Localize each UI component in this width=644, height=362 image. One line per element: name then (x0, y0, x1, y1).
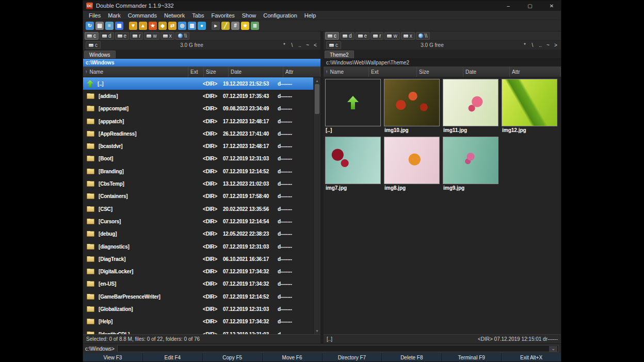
thumbnail-item[interactable]: img11.jpg (443, 79, 502, 137)
file-row[interactable]: [DiagTrack] <DIR> 06.10.2021 16:36:17 d-… (83, 253, 313, 265)
drive-button[interactable]: x (160, 32, 174, 40)
menu-item[interactable]: Tabs (188, 12, 207, 19)
favorites-icon[interactable]: ★ (241, 22, 249, 30)
column-header-ext[interactable]: Ext (369, 67, 417, 77)
thumbnail-item[interactable]: img8.jpg (384, 137, 443, 194)
multi-rename-icon[interactable]: ◆ (158, 22, 167, 30)
tab-windows[interactable]: Windows (84, 51, 116, 58)
thumbnail-item[interactable]: img12.jpg (502, 79, 560, 137)
file-row[interactable]: [CSC] <DIR> 20.02.2022 13:35:56 d------- (83, 203, 313, 215)
menu-item[interactable]: Commands (124, 12, 160, 19)
scrollbar[interactable]: ▲ ▼ (313, 77, 320, 334)
options-icon[interactable]: ≡ (105, 22, 114, 30)
function-key-button[interactable]: Exit Alt+X (502, 353, 561, 361)
column-header-name[interactable]: ↑ Name (83, 67, 188, 77)
column-header-date[interactable]: Date (463, 67, 510, 77)
function-key-button[interactable]: Delete F8 (382, 353, 442, 361)
file-row[interactable]: [DigitalLocker] <DIR> 07.12.2019 17:34:3… (83, 265, 313, 277)
nav-button[interactable]: .. (298, 42, 301, 48)
function-key-button[interactable]: Copy F5 (203, 353, 263, 361)
tree-icon[interactable]: ≣ (251, 22, 259, 30)
drive-button[interactable]: r (130, 32, 143, 40)
left-current-path[interactable]: c:\Windows (83, 59, 320, 67)
unpack-icon[interactable]: ▲ (139, 22, 147, 30)
scroll-down-icon[interactable]: ▼ (314, 327, 320, 334)
drive-button[interactable]: d (100, 32, 114, 40)
function-key-button[interactable]: Terminal F9 (442, 353, 502, 361)
drive-selector[interactable]: c (86, 41, 101, 49)
file-row[interactable]: [diagnostics] <DIR> 07.12.2019 12:31:03 … (83, 240, 313, 253)
close-button[interactable]: ✕ (542, 1, 561, 11)
drive-button[interactable]: w (144, 32, 159, 40)
toolbar-separator[interactable] (125, 22, 127, 30)
function-key-button[interactable]: View F3 (83, 353, 143, 361)
file-row[interactable]: [..] <DIR> 19.12.2023 21:52:53 d------- (83, 77, 313, 90)
nav-button[interactable]: ~ (306, 42, 309, 48)
thumbnail-item[interactable]: img10.jpg (384, 79, 443, 137)
thumbnail-image[interactable] (443, 79, 498, 126)
thumbnail-image[interactable] (325, 137, 381, 184)
toolbar-separator[interactable] (207, 22, 210, 30)
column-header-ext[interactable]: Ext (188, 67, 204, 77)
file-row[interactable]: [CbsTemp] <DIR> 13.12.2023 21:02:03 d---… (83, 177, 313, 190)
file-row[interactable]: [Help] <DIR> 07.12.2019 17:34:32 d------… (83, 316, 313, 328)
menu-item[interactable]: Favorites (208, 12, 238, 19)
drive-button[interactable]: w (384, 32, 399, 40)
nav-button[interactable]: ~ (546, 42, 550, 48)
network-icon[interactable]: ● (198, 22, 206, 30)
tab-theme2[interactable]: Theme2 (325, 51, 354, 58)
search-icon[interactable]: ◎ (178, 22, 186, 30)
drive-button[interactable]: x (401, 32, 415, 40)
column-header-attr[interactable]: Attr (283, 67, 320, 77)
compare-icon[interactable]: ▥ (188, 22, 196, 30)
file-row[interactable]: [en-US] <DIR> 07.12.2019 17:34:32 d-----… (83, 278, 313, 290)
right-current-path[interactable]: c:\Windows\Web\Wallpaper\Theme2 (324, 59, 561, 67)
pack-icon[interactable]: ▼ (129, 22, 137, 30)
minimize-button[interactable]: – (499, 1, 518, 11)
file-row[interactable]: [bcastdvr] <DIR> 17.12.2023 12:48:17 d--… (83, 140, 313, 152)
file-row[interactable]: [IdentityCRL] <DIR> 07.12.2019 12:31:03 … (83, 328, 313, 334)
drive-button[interactable]: c (325, 32, 339, 40)
menu-item[interactable]: Files (85, 12, 104, 19)
function-key-button[interactable]: Directory F7 (323, 353, 382, 361)
menu-item[interactable]: Network (160, 12, 188, 19)
thumbnail-item[interactable]: img9.jpg (443, 137, 502, 194)
function-key-button[interactable]: Edit F4 (143, 353, 203, 361)
nav-button[interactable]: > (554, 42, 557, 48)
thumbnail-image[interactable] (443, 137, 498, 184)
nav-button[interactable]: * (283, 42, 286, 48)
drive-button[interactable]: r (371, 32, 383, 40)
scrollbar-track[interactable] (314, 84, 320, 327)
file-row[interactable]: [Branding] <DIR> 07.12.2019 12:14:52 d--… (83, 165, 313, 177)
file-row[interactable]: [Boot] <DIR> 07.12.2019 12:31:03 d------… (83, 153, 313, 165)
file-row[interactable]: [apppatch] <DIR> 17.12.2023 12:48:17 d--… (83, 115, 313, 127)
column-header-date[interactable]: Date (229, 67, 283, 77)
drive-selector[interactable]: c (326, 41, 341, 49)
file-row[interactable]: [appcompat] <DIR> 09.08.2023 23:34:49 d-… (83, 103, 313, 115)
drive-button[interactable]: \\ (416, 32, 430, 40)
column-header-attr[interactable]: Attr (510, 67, 561, 77)
drive-button[interactable]: d (340, 32, 355, 40)
file-row[interactable]: [AppReadiness] <DIR> 26.12.2023 17:41:40… (83, 127, 313, 140)
file-row[interactable]: [Globalization] <DIR> 07.12.2019 12:31:0… (83, 303, 313, 315)
drive-button[interactable]: e (356, 32, 370, 40)
column-header-size[interactable]: Size (204, 67, 229, 77)
thumbnail-item[interactable]: [..] (325, 79, 384, 137)
refresh-icon[interactable]: ↻ (86, 22, 94, 30)
columns-view-icon[interactable]: ▦ (115, 22, 123, 30)
menu-item[interactable]: Show (238, 12, 260, 19)
drive-button[interactable]: c (85, 32, 99, 40)
thumbnail-item[interactable]: img7.jpg (325, 137, 384, 194)
terminal-icon[interactable]: ▸ (212, 22, 220, 30)
column-header-name[interactable]: ↑ Name (324, 67, 369, 77)
nav-button[interactable]: \ (531, 42, 534, 48)
nav-button[interactable]: \ (291, 42, 294, 48)
file-row[interactable]: [Containers] <DIR> 07.12.2019 17:58:40 d… (83, 190, 313, 203)
thumbnail-image[interactable] (502, 79, 557, 126)
menu-item[interactable]: Configuration (260, 12, 300, 19)
chevron-down-icon[interactable]: ⌄ (549, 346, 557, 352)
scrollbar-thumb[interactable] (315, 84, 319, 114)
nav-button[interactable]: * (523, 42, 526, 48)
compress-icon[interactable]: ★ (149, 22, 157, 30)
thumbnail-image[interactable] (384, 79, 440, 126)
